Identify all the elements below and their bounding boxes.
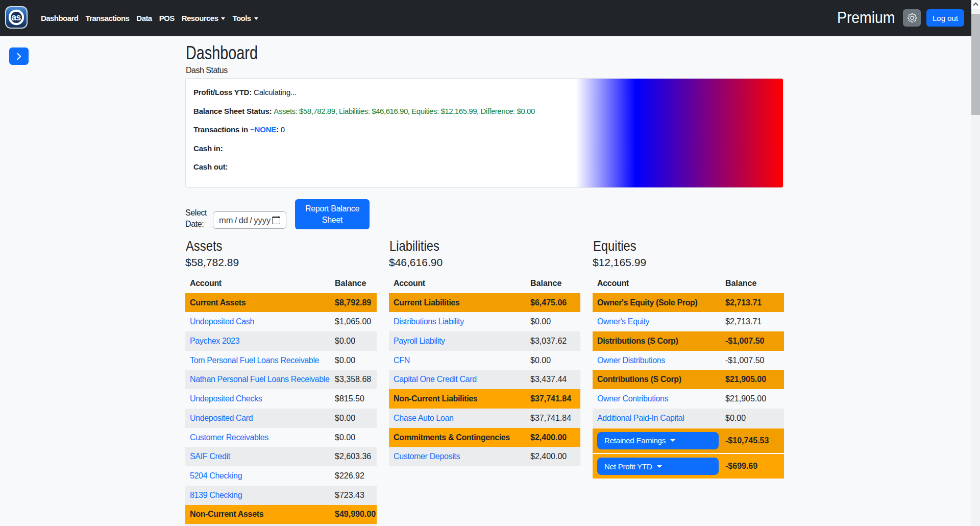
svg-text:as: as (11, 12, 21, 22)
